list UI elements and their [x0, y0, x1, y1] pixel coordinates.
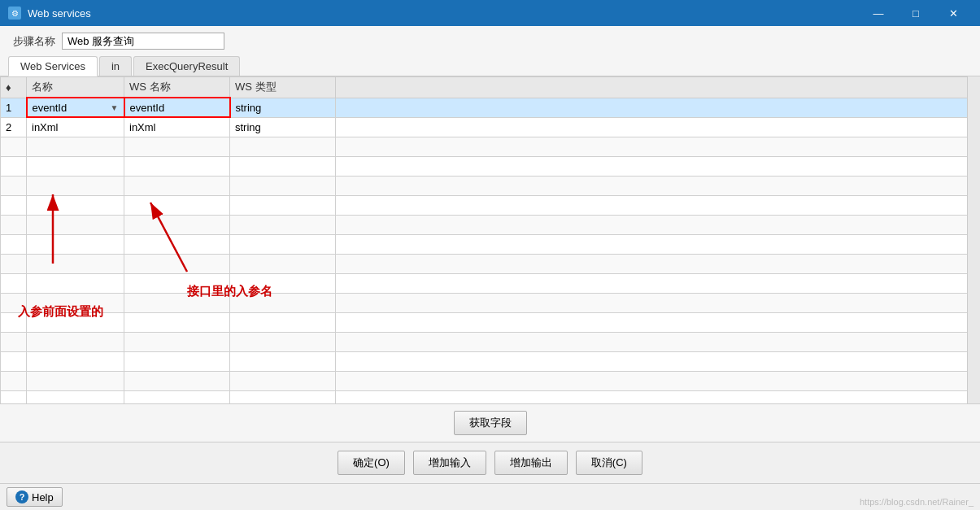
col-header-wstype: WS 类型 — [230, 77, 336, 98]
watermark: https://blog.csdn.net/Rainer_ — [860, 497, 973, 507]
content-area: ♦ 名称 WS 名称 WS 类型 — [0, 76, 980, 442]
tab-in[interactable]: in — [99, 56, 132, 76]
titlebar-title: Web services — [28, 7, 91, 20]
scrollbar[interactable] — [967, 76, 980, 403]
col-header-rest — [336, 77, 980, 98]
table-row — [1, 176, 980, 195]
row-wstype-1: string — [230, 98, 336, 117]
step-name-row: 步骤名称 — [0, 26, 980, 56]
titlebar-left: ⚙ Web services — [8, 7, 91, 20]
table-row — [1, 254, 980, 273]
help-bar: ? Help https://blog.csdn.net/Rainer_ — [0, 483, 980, 510]
table-wrapper: ♦ 名称 WS 名称 WS 类型 — [0, 76, 980, 403]
close-button[interactable]: ✕ — [934, 0, 972, 26]
table-row — [1, 332, 980, 351]
col-header-num: ♦ — [1, 77, 27, 98]
step-name-input[interactable] — [62, 33, 224, 50]
app-icon-symbol: ⚙ — [11, 9, 19, 18]
cancel-button[interactable]: 取消(C) — [576, 451, 642, 475]
tab-exec-query-result[interactable]: ExecQueryResult — [133, 56, 240, 76]
row-name-1[interactable]: eventId ▼ — [27, 98, 124, 117]
table-row: 2 inXml inXml string — [1, 117, 980, 137]
add-output-button[interactable]: 增加输出 — [494, 451, 568, 475]
help-label: Help — [32, 491, 54, 503]
table-row — [1, 215, 980, 234]
step-name-label: 步骤名称 — [13, 34, 55, 49]
window-body: 步骤名称 Web Services in ExecQueryResult ♦ 名… — [0, 26, 980, 510]
confirm-button[interactable]: 确定(O) — [338, 451, 405, 475]
table-row — [1, 156, 980, 176]
table-row — [1, 351, 980, 371]
table-row — [1, 137, 980, 156]
tabs-row: Web Services in ExecQueryResult — [0, 56, 980, 76]
row-num-1: 1 — [1, 98, 27, 117]
tab-web-services[interactable]: Web Services — [8, 56, 98, 76]
help-button[interactable]: ? Help — [7, 487, 63, 507]
table-row — [1, 273, 980, 293]
table-row — [1, 312, 980, 332]
table-header-row: ♦ 名称 WS 名称 WS 类型 — [1, 77, 980, 98]
table-row — [1, 390, 980, 403]
titlebar-controls: — □ ✕ — [860, 0, 972, 26]
row-num-2: 2 — [1, 117, 27, 137]
app-icon: ⚙ — [8, 7, 21, 20]
get-field-button[interactable]: 获取字段 — [454, 411, 527, 435]
col-header-name: 名称 — [27, 77, 124, 98]
table-row — [1, 293, 980, 312]
dropdown-arrow-icon: ▼ — [111, 103, 119, 112]
maximize-button[interactable]: □ — [897, 0, 934, 26]
minimize-button[interactable]: — — [860, 0, 897, 26]
row-rest-2 — [336, 117, 980, 137]
row-rest-1 — [336, 98, 980, 117]
table-body: 1 eventId ▼ eventId string — [1, 98, 980, 403]
col-header-wsname: WS 名称 — [124, 77, 230, 98]
data-table: ♦ 名称 WS 名称 WS 类型 — [0, 76, 980, 403]
table-row — [1, 195, 980, 215]
row-wsname-1[interactable]: eventId — [124, 98, 230, 117]
bottom-buttons-row: 确定(O) 增加输入 增加输出 取消(C) — [0, 442, 980, 483]
table-row: 1 eventId ▼ eventId string — [1, 98, 980, 117]
row-wsname-2[interactable]: inXml — [124, 117, 230, 137]
add-input-button[interactable]: 增加输入 — [413, 451, 486, 475]
titlebar: ⚙ Web services — □ ✕ — [0, 0, 980, 26]
row-wstype-2: string — [230, 117, 336, 137]
help-icon: ? — [15, 490, 28, 503]
table-row — [1, 234, 980, 254]
row-name-2[interactable]: inXml — [27, 117, 124, 137]
get-field-row: 获取字段 — [0, 403, 980, 442]
table-row — [1, 371, 980, 390]
